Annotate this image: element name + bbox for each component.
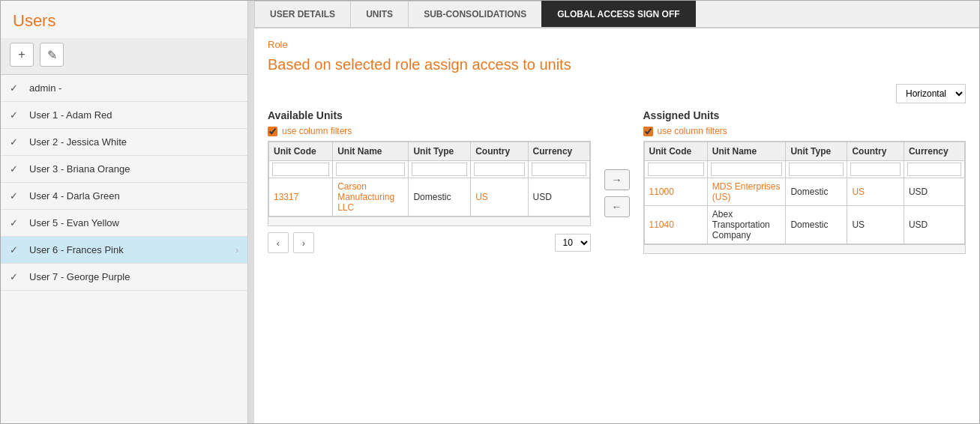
unit-country-link[interactable]: US — [475, 192, 488, 202]
assigned-unit-code-link[interactable]: 11000 — [649, 187, 674, 197]
assigned-col-currency: Currency — [904, 142, 964, 161]
sidebar-item-label: User 5 - Evan Yellow — [29, 217, 238, 228]
next-page-button[interactable]: › — [293, 232, 314, 253]
assigned-units-header-row: Unit Code Unit Name Unit Type Country Cu… — [644, 142, 965, 161]
sidebar-item-user5[interactable]: ✓ User 5 - Evan Yellow — [1, 210, 247, 237]
sidebar-actions: + ✎ — [1, 38, 247, 75]
sidebar-item-label: User 6 - Frances Pink — [29, 244, 235, 255]
assigned-unit-type-cell: Domestic — [786, 178, 847, 206]
assigned-filter-type-input[interactable] — [789, 163, 844, 176]
assigned-hscroll[interactable] — [643, 245, 967, 254]
assigned-unit-currency-cell: USD — [904, 178, 964, 206]
tab-bar: USER DETAILSUNITSSUB-CONSOLIDATIONSGLOBA… — [254, 1, 979, 28]
assigned-unit-currency-cell-2: USD — [904, 206, 964, 244]
assigned-col-country: Country — [847, 142, 904, 161]
assigned-filter-currency-input[interactable] — [907, 163, 961, 176]
check-icon: ✓ — [10, 109, 23, 121]
tab-sub-consolidations[interactable]: SUB-CONSOLIDATIONS — [408, 1, 542, 27]
main-panel: USER DETAILSUNITSSUB-CONSOLIDATIONSGLOBA… — [254, 1, 979, 423]
check-icon: ✓ — [10, 217, 23, 228]
check-icon: ✓ — [10, 244, 23, 255]
sidebar-item-label: User 4 - Darla Green — [29, 190, 238, 202]
assigned-unit-name-2: Abex Transportation Company — [712, 209, 770, 240]
sidebar-item-user2[interactable]: ✓ User 2 - Jessica White — [1, 129, 247, 156]
sidebar-item-label: User 1 - Adam Red — [29, 109, 238, 121]
filter-currency-input[interactable] — [532, 163, 586, 176]
transfer-forward-button[interactable]: → — [604, 169, 630, 190]
assigned-unit-country-2: US — [852, 219, 865, 230]
sidebar-item-label: User 3 - Briana Orange — [29, 163, 238, 175]
sidebar-title: Users — [1, 1, 247, 38]
assigned-units-filter-checkbox[interactable] — [643, 127, 653, 136]
assigned-col-type: Unit Type — [786, 142, 847, 161]
assigned-unit-country-link[interactable]: US — [852, 187, 865, 197]
sidebar: Users + ✎ ✓ admin - ✓ User 1 - Adam Red … — [1, 1, 248, 423]
unit-currency-cell: USD — [528, 178, 589, 216]
available-units-header-row: Unit Code Unit Name Unit Type Country Cu… — [269, 142, 590, 161]
sidebar-item-user4[interactable]: ✓ User 4 - Darla Green — [1, 183, 247, 210]
check-icon: ✓ — [10, 82, 23, 94]
page-size-select[interactable]: 10 25 50 — [555, 234, 591, 252]
sidebar-item-user7[interactable]: ✓ User 7 - George Purple — [1, 264, 247, 291]
edit-user-button[interactable]: ✎ — [40, 43, 64, 67]
sidebar-item-label: admin - — [29, 82, 238, 94]
assigned-unit-name-link[interactable]: MDS Enterprises (US) — [712, 181, 781, 202]
filter-type-input[interactable] — [412, 163, 467, 176]
filter-name-input[interactable] — [336, 163, 405, 176]
available-col-type: Unit Type — [409, 142, 471, 161]
available-col-currency: Currency — [528, 142, 589, 161]
prev-page-button[interactable]: ‹ — [268, 232, 289, 253]
available-units-table: Unit Code Unit Name Unit Type Country Cu… — [268, 142, 590, 216]
sidebar-resizer[interactable] — [248, 1, 254, 423]
table-row: 13317 Carson Manufacturing LLC Domestic … — [269, 178, 590, 216]
sidebar-item-user1[interactable]: ✓ User 1 - Adam Red — [1, 102, 247, 129]
sidebar-item-label: User 7 - George Purple — [29, 271, 238, 282]
sidebar-item-admin[interactable]: ✓ admin - — [1, 75, 247, 102]
available-units-filter-toggle[interactable]: use column filters — [268, 126, 591, 136]
available-units-filter-label: use column filters — [282, 126, 352, 136]
available-pagination: ‹ › 10 25 50 — [268, 232, 591, 253]
available-units-title: Available Units — [268, 109, 591, 121]
assigned-filter-country-input[interactable] — [850, 163, 901, 176]
sidebar-item-arrow: › — [235, 245, 238, 255]
tab-units[interactable]: UNITS — [350, 1, 409, 27]
unit-name-link[interactable]: Carson Manufacturing LLC — [337, 181, 394, 213]
unit-type-cell: Domestic — [409, 178, 471, 216]
available-col-name: Unit Name — [333, 142, 409, 161]
tab-global-access-sign-off[interactable]: GLOBAL ACCESS SIGN OFF — [541, 1, 695, 27]
layout-controls: Horizontal Vertical — [268, 84, 966, 103]
available-hscroll[interactable] — [268, 217, 591, 226]
assigned-filter-name-input[interactable] — [711, 163, 783, 176]
table-row: 11040 Abex Transportation Company Domest… — [644, 206, 965, 244]
page-heading: Based on selected role assign access to … — [268, 56, 966, 73]
add-user-button[interactable]: + — [10, 43, 34, 67]
unit-code-link[interactable]: 13317 — [274, 192, 298, 202]
filter-code-input[interactable] — [272, 163, 329, 176]
content-area: Role Based on selected role assign acces… — [254, 28, 979, 423]
assigned-units-table: Unit Code Unit Name Unit Type Country Cu… — [644, 142, 966, 244]
layout-select[interactable]: Horizontal Vertical — [896, 84, 966, 103]
sidebar-item-user6[interactable]: ✓ User 6 - Frances Pink › — [1, 237, 247, 264]
tab-user-details[interactable]: USER DETAILS — [254, 1, 351, 27]
sidebar-item-label: User 2 - Jessica White — [29, 136, 238, 148]
assigned-filter-code-input[interactable] — [648, 163, 704, 176]
role-link[interactable]: Role — [268, 39, 966, 50]
check-icon: ✓ — [10, 163, 23, 175]
assigned-col-name: Unit Name — [707, 142, 786, 161]
assigned-units-filter-toggle[interactable]: use column filters — [643, 126, 967, 136]
table-row: 11000 MDS Enterprises (US) Domestic US U… — [644, 178, 965, 206]
transfer-backward-button[interactable]: ← — [604, 196, 630, 217]
transfer-arrows: → ← — [597, 109, 637, 217]
check-icon: ✓ — [10, 190, 23, 202]
sidebar-item-user3[interactable]: ✓ User 3 - Briana Orange — [1, 156, 247, 183]
available-units-filter-checkbox[interactable] — [268, 127, 277, 136]
panels-row: Available Units use column filters Unit … — [268, 109, 966, 254]
available-col-country: Country — [471, 142, 528, 161]
available-units-panel: Available Units use column filters Unit … — [268, 109, 591, 253]
assigned-unit-code-link-2[interactable]: 11040 — [649, 219, 674, 230]
check-icon: ✓ — [10, 136, 23, 148]
sidebar-list: ✓ admin - ✓ User 1 - Adam Red ✓ User 2 -… — [1, 75, 247, 423]
assigned-units-table-wrapper: Unit Code Unit Name Unit Type Country Cu… — [643, 141, 967, 245]
filter-country-input[interactable] — [474, 163, 524, 176]
assigned-units-title: Assigned Units — [643, 109, 967, 121]
